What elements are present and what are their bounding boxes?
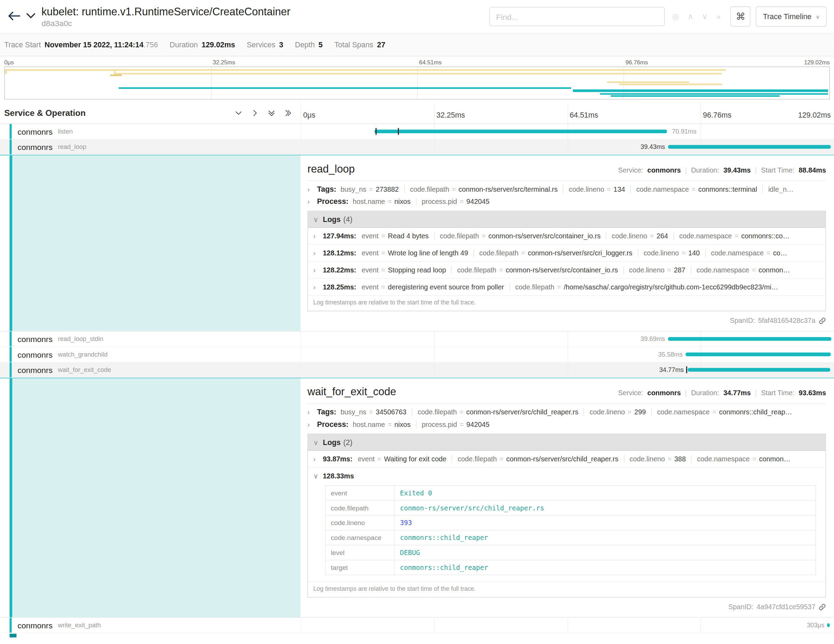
log-entry[interactable]: › 93.87ms: event=Waiting for exit code c… — [308, 451, 825, 468]
minimap-axis: 0μs 32.25ms 64.51ms 96.76ms 129.02ms — [4, 58, 830, 66]
span-row-read-loop-stdin[interactable]: conmonrs read_loop_stdin 39.69ms — [0, 332, 834, 347]
span-bar[interactable] — [668, 337, 831, 341]
detail-content: wait_for_exit_code Service:conmonrs | Du… — [301, 378, 834, 617]
operation-name: read_loop — [58, 143, 86, 150]
log-entry-expanded[interactable]: ∨ 128.33ms eventExited 0 code.filepathco… — [308, 468, 825, 582]
span-row-left[interactable]: conmonrs listen — [0, 124, 301, 139]
span-row-watch-grandchild[interactable]: conmonrs watch_grandchild 35.58ms — [0, 347, 834, 362]
tag-chip: code.filepath=conmon-rs/server/src/termi… — [404, 185, 563, 193]
partial-next-row — [0, 633, 834, 638]
detail-indent-fill — [10, 155, 301, 331]
service-name: conmonrs — [18, 350, 53, 359]
service-name: conmonrs — [18, 127, 53, 136]
span-bar[interactable] — [668, 145, 831, 149]
span-bar[interactable] — [688, 368, 830, 372]
tag-chip: code.namespace=conmonrs::terminal — [630, 185, 763, 193]
span-row-listen[interactable]: conmonrs listen 70.91ms — [0, 124, 834, 139]
span-bar[interactable] — [686, 353, 831, 356]
collapse-all-icon[interactable] — [267, 109, 275, 117]
logs-count: (2) — [343, 438, 352, 447]
link-icon[interactable] — [819, 317, 826, 324]
keyboard-shortcuts-button[interactable]: ⌘ — [731, 6, 750, 26]
tag-chip: code.filepath=conmon-rs/server/src/child… — [412, 408, 583, 416]
detail-indent-fill — [10, 378, 301, 617]
operation-name: watch_grandchild — [58, 351, 107, 358]
span-detail-wait-for-exit-code: wait_for_exit_code Service:conmonrs | Du… — [0, 378, 834, 618]
trace-start: Trace Start November 15 2022, 11:24:14.7… — [4, 40, 158, 49]
process-chip: process.pid=942045 — [416, 420, 495, 428]
collapse-one-icon[interactable] — [234, 109, 242, 117]
span-id-row: SpanID: 5faf48165428c37a — [307, 317, 826, 325]
link-icon[interactable] — [819, 603, 826, 611]
span-row-read-loop[interactable]: conmonrs read_loop 39.43ms — [0, 139, 834, 155]
expand-one-icon[interactable] — [251, 109, 259, 117]
span-row-left[interactable]: conmonrs wait_for_exit_code — [0, 362, 301, 377]
detail-span-meta: Service:conmonrs | Duration:34.77ms | St… — [618, 389, 826, 397]
clear-find-icon[interactable]: × — [716, 12, 721, 21]
collapse-trace-header-button[interactable] — [23, 6, 38, 27]
service-operation-header: Service & Operation — [4, 108, 86, 118]
minimap-spans[interactable] — [4, 66, 830, 100]
back-button[interactable] — [5, 6, 23, 27]
tags-row[interactable]: › Tags: busy_ns=34506763 code.filepath=c… — [307, 408, 826, 416]
locate-icon[interactable]: ◎ — [672, 12, 679, 21]
detail-span-meta: Service:conmonrs | Duration:39.43ms | St… — [618, 166, 826, 174]
span-row-write-exit-path[interactable]: conmonrs write_exit_path 303μs — [0, 618, 834, 633]
log-field-row: eventExited 0 — [325, 486, 816, 501]
log-fields-table: eventExited 0 code.filepathconmon-rs/ser… — [325, 485, 816, 575]
span-id-label: SpanID: — [730, 317, 755, 325]
process-row[interactable]: › Process: host.name=nixos process.pid=9… — [307, 420, 826, 428]
span-row-wait-for-exit-code[interactable]: conmonrs wait_for_exit_code 34.77ms — [0, 362, 834, 377]
span-row-left[interactable]: conmonrs watch_grandchild — [0, 347, 301, 362]
tag-chips: busy_ns=273882 code.filepath=conmon-rs/s… — [341, 185, 804, 193]
log-field-row: code.lineno393 — [325, 515, 816, 530]
trace-summary-bar: Trace Start November 15 2022, 11:24:14.7… — [0, 33, 834, 57]
span-row-left[interactable]: conmonrs read_loop_stdin — [0, 332, 301, 346]
log-entry[interactable]: › 128.25ms: event=deregistering event so… — [308, 279, 825, 296]
span-row-timeline: 39.43ms — [301, 139, 834, 154]
log-entry[interactable]: › 127.94ms: event=Read 4 bytes code.file… — [308, 228, 825, 245]
trace-depth: Depth5 — [295, 40, 323, 49]
find-input[interactable] — [489, 7, 664, 26]
tag-chip: busy_ns=34506763 — [341, 408, 412, 416]
logs-section: ∨ Logs (4) › 127.94ms: event=Read 4 byte… — [307, 211, 826, 311]
detail-collapse-strip[interactable] — [0, 378, 301, 617]
service-color-accent — [10, 634, 17, 638]
service-name: conmonrs — [18, 365, 53, 374]
minimap-gridline — [417, 67, 418, 99]
process-chips: host.name=nixos process.pid=942045 — [353, 197, 495, 205]
tags-row[interactable]: › Tags: busy_ns=273882 code.filepath=con… — [307, 185, 826, 193]
view-selector-button[interactable]: Trace Timeline ∨ — [756, 6, 827, 26]
span-bar[interactable] — [375, 129, 667, 133]
log-entry[interactable]: › 128.22ms: event=Stopping read loop cod… — [308, 262, 825, 279]
next-result-icon[interactable]: ∨ — [702, 12, 708, 21]
span-detail-read-loop: read_loop Service:conmonrs | Duration:39… — [0, 155, 834, 332]
span-row-left[interactable]: conmonrs write_exit_path — [0, 618, 301, 633]
span-id-label: SpanID: — [728, 603, 753, 611]
expand-all-icon[interactable] — [283, 109, 292, 117]
caret-right-icon: › — [314, 249, 323, 257]
trace-services: Services3 — [247, 40, 283, 49]
span-duration-label: 39.69ms — [641, 335, 665, 342]
span-id-value: 5faf48165428c37a — [758, 317, 816, 325]
tag-chip: code.namespace=conmonrs::child_reap… — [651, 408, 797, 416]
logs-header[interactable]: ∨ Logs (4) — [308, 211, 825, 228]
caret-right-icon: › — [314, 283, 323, 291]
service-name: conmonrs — [18, 621, 53, 630]
span-row-left[interactable]: conmonrs read_loop — [0, 139, 301, 154]
detail-content: read_loop Service:conmonrs | Duration:39… — [301, 155, 834, 331]
prev-result-icon[interactable]: ∧ — [688, 12, 693, 21]
span-id-value: 4a947cfd1ce59537 — [756, 603, 815, 611]
top-bar: kubelet: runtime.v1.RuntimeService/Creat… — [0, 0, 834, 33]
caret-right-icon: › — [314, 232, 323, 240]
log-entry[interactable]: › 128.12ms: event=Wrote log line of leng… — [308, 244, 825, 262]
caret-right-icon: › — [307, 185, 317, 193]
caret-right-icon: › — [314, 266, 323, 274]
detail-span-title: wait_for_exit_code — [307, 386, 396, 398]
detail-collapse-strip[interactable] — [0, 155, 301, 331]
span-bar[interactable] — [827, 623, 830, 627]
timeline-axis: 0μs 32.25ms 64.51ms 96.76ms 129.02ms — [301, 103, 834, 123]
logs-header[interactable]: ∨ Logs (2) — [308, 434, 825, 451]
process-row[interactable]: › Process: host.name=nixos process.pid=9… — [307, 197, 826, 205]
span-row-timeline: 303μs — [301, 618, 834, 633]
